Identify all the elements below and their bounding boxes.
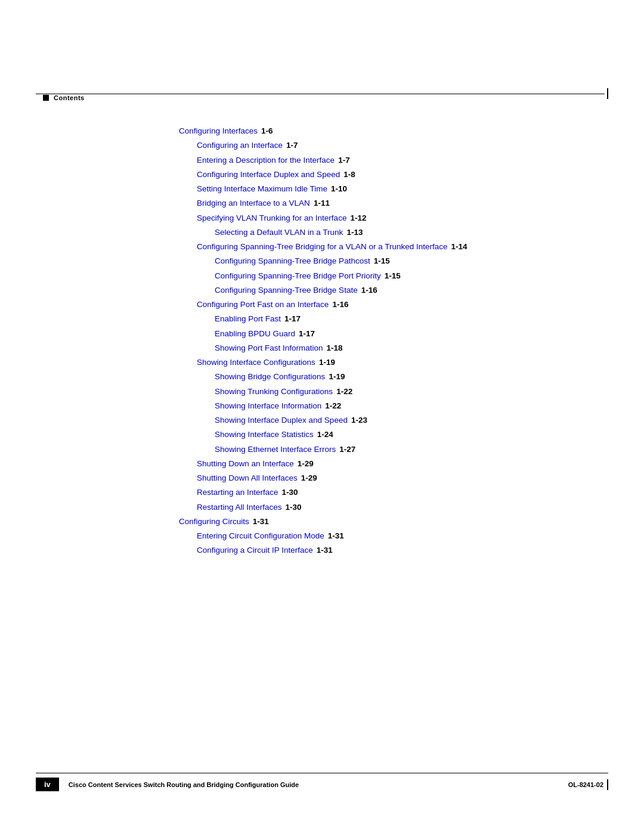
toc-page-number: 1-15 bbox=[385, 270, 401, 282]
toc-link[interactable]: Configuring Spanning-Tree Bridge State bbox=[215, 284, 358, 296]
toc-page-number: 1-30 bbox=[286, 501, 302, 513]
footer-right: OL-8241-02 bbox=[568, 779, 608, 790]
toc-page-number: 1-19 bbox=[319, 357, 335, 368]
toc-link[interactable]: Configuring Interfaces bbox=[179, 125, 258, 137]
toc-page-number: 1-17 bbox=[299, 328, 315, 340]
top-rule bbox=[36, 88, 608, 99]
toc-page-number: 1-23 bbox=[351, 414, 367, 426]
toc-link[interactable]: Enabling Port Fast bbox=[215, 313, 281, 325]
toc-page-number: 1-22 bbox=[325, 400, 341, 412]
toc-entry: Showing Trunking Configurations1-22 bbox=[215, 386, 596, 398]
footer-content: iv Cisco Content Services Switch Routing… bbox=[36, 778, 608, 791]
footer-line bbox=[36, 773, 608, 773]
toc-link[interactable]: Configuring Spanning-Tree Bridge Port Pr… bbox=[215, 270, 381, 282]
toc-link[interactable]: Showing Trunking Configurations bbox=[215, 386, 333, 398]
toc-link[interactable]: Showing Interface Duplex and Speed bbox=[215, 414, 348, 426]
toc-entry: Configuring Circuits1-31 bbox=[179, 516, 596, 528]
toc-link[interactable]: Configuring Spanning-Tree Bridge Pathcos… bbox=[215, 255, 370, 267]
toc-link[interactable]: Configuring an Interface bbox=[197, 140, 283, 151]
toc-link[interactable]: Shutting Down an Interface bbox=[197, 458, 294, 470]
header-section: Contents bbox=[43, 94, 85, 101]
toc-entry: Showing Ethernet Interface Errors1-27 bbox=[215, 444, 596, 456]
toc-content: Configuring Interfaces1-6Configuring an … bbox=[179, 125, 596, 559]
toc-link[interactable]: Shutting Down All Interfaces bbox=[197, 472, 298, 484]
toc-entry: Configuring Interface Duplex and Speed1-… bbox=[197, 169, 596, 181]
toc-page-number: 1-16 bbox=[332, 299, 348, 311]
toc-page-number: 1-31 bbox=[253, 516, 269, 528]
toc-link[interactable]: Configuring Interface Duplex and Speed bbox=[197, 169, 340, 181]
header-label: Contents bbox=[54, 94, 85, 101]
toc-page-number: 1-10 bbox=[331, 183, 347, 195]
toc-page-number: 1-27 bbox=[339, 444, 355, 456]
toc-entry: Selecting a Default VLAN in a Trunk1-13 bbox=[215, 227, 596, 239]
toc-link[interactable]: Showing Ethernet Interface Errors bbox=[215, 444, 336, 456]
toc-page-number: 1-19 bbox=[329, 371, 345, 383]
toc-entry: Specifying VLAN Trunking for an Interfac… bbox=[197, 212, 596, 224]
toc-entry: Configuring Spanning-Tree Bridge Port Pr… bbox=[215, 270, 596, 282]
toc-page-number: 1-29 bbox=[301, 472, 317, 484]
toc-page-number: 1-11 bbox=[314, 197, 330, 209]
page-container: Contents Configuring Interfaces1-6Config… bbox=[0, 0, 644, 833]
footer-right-mark bbox=[607, 779, 608, 790]
toc-link[interactable]: Restarting All Interfaces bbox=[197, 501, 282, 513]
toc-link[interactable]: Configuring Port Fast on an Interface bbox=[197, 299, 329, 311]
toc-link[interactable]: Showing Bridge Configurations bbox=[215, 371, 325, 383]
footer-doc-number: OL-8241-02 bbox=[568, 781, 603, 788]
footer-doc-title: Cisco Content Services Switch Routing an… bbox=[69, 781, 299, 788]
toc-page-number: 1-14 bbox=[451, 241, 467, 253]
toc-link[interactable]: Showing Interface Configurations bbox=[197, 357, 315, 368]
toc-link[interactable]: Setting Interface Maximum Idle Time bbox=[197, 183, 327, 195]
toc-page-number: 1-16 bbox=[361, 284, 377, 296]
toc-entry: Enabling Port Fast1-17 bbox=[215, 313, 596, 325]
toc-link[interactable]: Entering Circuit Configuration Mode bbox=[197, 530, 324, 542]
header-square-icon bbox=[43, 95, 49, 101]
toc-entry: Configuring Interfaces1-6 bbox=[179, 125, 596, 137]
toc-entry: Shutting Down All Interfaces1-29 bbox=[197, 472, 596, 484]
toc-link[interactable]: Bridging an Interface to a VLAN bbox=[197, 197, 310, 209]
toc-entry: Enabling BPDU Guard1-17 bbox=[215, 328, 596, 340]
toc-link[interactable]: Configuring a Circuit IP Interface bbox=[197, 544, 313, 556]
toc-link[interactable]: Enabling BPDU Guard bbox=[215, 328, 295, 340]
toc-page-number: 1-30 bbox=[282, 487, 298, 498]
toc-page-number: 1-18 bbox=[327, 342, 343, 354]
toc-entry: Showing Port Fast Information1-18 bbox=[215, 342, 596, 354]
toc-page-number: 1-6 bbox=[261, 125, 273, 137]
toc-page-number: 1-29 bbox=[298, 458, 314, 470]
toc-entry: Configuring Spanning-Tree Bridging for a… bbox=[197, 241, 596, 253]
toc-entry: Restarting All Interfaces1-30 bbox=[197, 501, 596, 513]
toc-link[interactable]: Configuring Circuits bbox=[179, 516, 249, 528]
toc-entry: Shutting Down an Interface1-29 bbox=[197, 458, 596, 470]
toc-link[interactable]: Restarting an Interface bbox=[197, 487, 278, 498]
toc-link[interactable]: Selecting a Default VLAN in a Trunk bbox=[215, 227, 343, 239]
toc-page-number: 1-15 bbox=[374, 255, 390, 267]
toc-entry: Showing Interface Duplex and Speed1-23 bbox=[215, 414, 596, 426]
toc-page-number: 1-12 bbox=[350, 212, 366, 224]
footer-page-number: iv bbox=[36, 778, 59, 791]
toc-page-number: 1-8 bbox=[343, 169, 355, 181]
toc-link[interactable]: Specifying VLAN Trunking for an Interfac… bbox=[197, 212, 346, 224]
toc-link[interactable]: Configuring Spanning-Tree Bridging for a… bbox=[197, 241, 447, 253]
toc-entry: Showing Interface Configurations1-19 bbox=[197, 357, 596, 368]
toc-link[interactable]: Entering a Description for the Interface bbox=[197, 154, 335, 166]
toc-page-number: 1-31 bbox=[328, 530, 344, 542]
toc-entry: Entering Circuit Configuration Mode1-31 bbox=[197, 530, 596, 542]
toc-link[interactable]: Showing Interface Statistics bbox=[215, 429, 314, 441]
top-rule-right-mark bbox=[607, 88, 608, 99]
toc-link[interactable]: Showing Interface Information bbox=[215, 400, 321, 412]
toc-page-number: 1-7 bbox=[286, 140, 298, 151]
toc-page-number: 1-24 bbox=[317, 429, 333, 441]
toc-entry: Setting Interface Maximum Idle Time1-10 bbox=[197, 183, 596, 195]
toc-entry: Configuring Port Fast on an Interface1-1… bbox=[197, 299, 596, 311]
toc-entry: Configuring an Interface1-7 bbox=[197, 140, 596, 151]
toc-page-number: 1-17 bbox=[284, 313, 301, 325]
top-rule-line bbox=[36, 94, 605, 94]
toc-entry: Showing Interface Statistics1-24 bbox=[215, 429, 596, 441]
toc-entry: Showing Bridge Configurations1-19 bbox=[215, 371, 596, 383]
toc-link[interactable]: Showing Port Fast Information bbox=[215, 342, 323, 354]
toc-entry: Bridging an Interface to a VLAN1-11 bbox=[197, 197, 596, 209]
toc-entry: Configuring a Circuit IP Interface1-31 bbox=[197, 544, 596, 556]
toc-entry: Configuring Spanning-Tree Bridge State1-… bbox=[215, 284, 596, 296]
toc-entry: Configuring Spanning-Tree Bridge Pathcos… bbox=[215, 255, 596, 267]
footer-left: iv Cisco Content Services Switch Routing… bbox=[36, 778, 299, 791]
toc-page-number: 1-31 bbox=[317, 544, 333, 556]
